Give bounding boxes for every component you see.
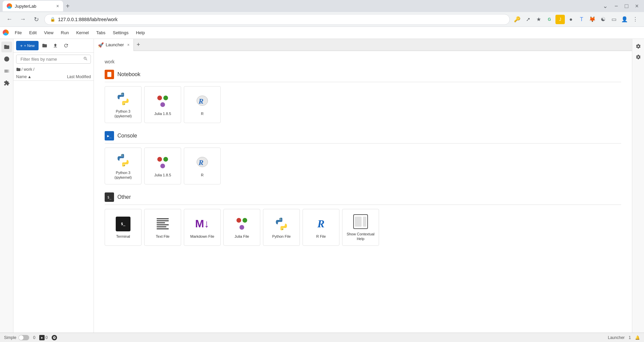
column-name[interactable]: Name ▲ bbox=[16, 74, 57, 79]
split-icon[interactable]: ▭ bbox=[609, 15, 619, 24]
extensions-icon[interactable]: ☯ bbox=[598, 15, 608, 24]
r-notebook-card[interactable]: R R bbox=[184, 86, 221, 123]
console-section-title: Console bbox=[117, 133, 137, 139]
extension2-icon[interactable]: ● bbox=[566, 15, 576, 24]
markdown-file-card[interactable]: M↓ Markdown File bbox=[184, 209, 221, 246]
menu-settings[interactable]: Settings bbox=[109, 29, 132, 37]
julia-file-card[interactable]: Julia File bbox=[223, 209, 260, 246]
launcher-tab[interactable]: 🚀 Launcher × bbox=[94, 39, 134, 51]
tab-count: 1 bbox=[629, 335, 631, 340]
r-console-card[interactable]: R R bbox=[184, 148, 221, 184]
browser-actions: 🔑 ➚ ★ G J ● T 🦊 ☯ ▭ 👤 ⋮ bbox=[513, 15, 640, 24]
notification-bell[interactable]: 🔔 bbox=[635, 335, 640, 340]
upload-button[interactable] bbox=[51, 41, 60, 50]
maximize-button[interactable]: □ bbox=[622, 1, 631, 11]
minimize-button[interactable]: − bbox=[612, 1, 621, 11]
sidebar-icon-toc[interactable] bbox=[1, 66, 12, 76]
r-console-label: R bbox=[201, 173, 204, 177]
python3-notebook-label: Python 3(ipykernel) bbox=[114, 109, 131, 119]
simple-mode-toggle[interactable]: Simple bbox=[4, 335, 29, 340]
notebook-section: Notebook bbox=[105, 70, 621, 123]
refresh-button[interactable] bbox=[61, 41, 71, 50]
new-button-label: + New bbox=[24, 44, 35, 48]
menu-run[interactable]: Run bbox=[57, 29, 72, 37]
other-section-icon: $_ bbox=[105, 192, 114, 202]
window-tab-list[interactable]: ⌄ bbox=[600, 1, 610, 11]
menu-edit[interactable]: Edit bbox=[26, 29, 40, 37]
bookmark-icon[interactable]: ★ bbox=[534, 15, 543, 24]
terminal-label: Terminal bbox=[116, 234, 130, 239]
python-file-label: Python File bbox=[272, 234, 290, 239]
launcher-tab-label: Launcher bbox=[106, 42, 124, 47]
menu-icon[interactable]: ⋮ bbox=[631, 15, 640, 24]
search-input[interactable] bbox=[19, 55, 83, 63]
url-bar[interactable]: 🔒 127.0.0.1:8888/lab/tree/work bbox=[44, 14, 510, 25]
console-section: ▶_ Console bbox=[105, 131, 621, 184]
launcher-tab-close[interactable]: × bbox=[127, 43, 129, 47]
menu-tabs[interactable]: Tabs bbox=[93, 29, 109, 37]
new-tab-button[interactable]: + bbox=[63, 1, 72, 11]
key-icon[interactable]: 🔑 bbox=[513, 15, 522, 24]
r-file-card[interactable]: R R File bbox=[303, 209, 339, 246]
launcher-tab-icon: 🚀 bbox=[98, 42, 104, 48]
menu-kernel[interactable]: Kernel bbox=[73, 29, 92, 37]
grammarly-icon[interactable]: G bbox=[545, 15, 554, 24]
tab-close-button[interactable]: × bbox=[56, 3, 59, 9]
julia-notebook-card[interactable]: Julia 1.8.5 bbox=[144, 86, 181, 123]
sidebar-icon-running[interactable] bbox=[1, 54, 12, 64]
browser-tab[interactable]: JupyterLab × bbox=[3, 1, 63, 11]
toggle-thumb bbox=[19, 335, 23, 340]
translate-icon[interactable]: T bbox=[577, 15, 586, 24]
url-text: 127.0.0.1:8888/lab/tree/work bbox=[58, 17, 117, 22]
sort-icon: ▲ bbox=[28, 74, 32, 79]
python3-notebook-icon bbox=[115, 91, 131, 107]
julia-console-card[interactable]: Julia 1.8.5 bbox=[144, 148, 181, 184]
terminal-card[interactable]: $_ Terminal bbox=[105, 209, 142, 246]
python3-console-card[interactable]: Python 3(ipykernel) bbox=[105, 148, 142, 184]
menu-view[interactable]: View bbox=[41, 29, 57, 37]
sidebar-icon-extensions[interactable] bbox=[1, 78, 12, 89]
reload-button[interactable]: ↻ bbox=[31, 14, 42, 25]
status-settings-icon[interactable] bbox=[52, 335, 57, 340]
right-sidebar-settings1[interactable] bbox=[634, 42, 643, 51]
kernel-count1: 0 bbox=[33, 335, 36, 340]
python-file-card[interactable]: Python File bbox=[263, 209, 300, 246]
contextual-help-card[interactable]: Show ContextualHelp bbox=[342, 209, 379, 246]
menu-bar: File Edit View Run Kernel Tabs Settings … bbox=[0, 27, 644, 39]
window-controls: ⌄ − □ × bbox=[600, 1, 641, 11]
contextual-help-label: Show ContextualHelp bbox=[346, 232, 374, 241]
add-tab-button[interactable]: + bbox=[134, 39, 143, 51]
julia-file-icon bbox=[234, 216, 250, 232]
sidebar-icon-filebrowser[interactable] bbox=[1, 42, 12, 52]
python3-console-label: Python 3(ipykernel) bbox=[114, 170, 131, 180]
back-button[interactable]: ← bbox=[4, 14, 15, 25]
menu-file[interactable]: File bbox=[11, 29, 25, 37]
other-section: $_ Other $_ Terminal bbox=[105, 192, 621, 246]
menu-help[interactable]: Help bbox=[132, 29, 148, 37]
notebook-section-title: Notebook bbox=[117, 71, 141, 77]
text-file-card[interactable]: Text File bbox=[144, 209, 181, 246]
main-content: 🚀 Launcher × + work Notebook bbox=[94, 39, 632, 333]
column-modified[interactable]: Last Modified bbox=[57, 74, 91, 79]
svg-point-0 bbox=[4, 57, 9, 62]
close-button[interactable]: × bbox=[632, 1, 641, 11]
search-box[interactable] bbox=[16, 55, 91, 64]
right-sidebar-settings2[interactable] bbox=[634, 52, 643, 62]
toggle-track[interactable] bbox=[18, 335, 29, 340]
user-icon[interactable]: 👤 bbox=[620, 15, 629, 24]
share-icon[interactable]: ➚ bbox=[523, 15, 533, 24]
forward-button[interactable]: → bbox=[17, 14, 28, 25]
svg-text:R: R bbox=[198, 97, 204, 105]
extension1-icon[interactable]: J bbox=[555, 15, 565, 24]
svg-text:R: R bbox=[198, 158, 204, 167]
r-notebook-label: R bbox=[201, 111, 204, 116]
console-section-header: ▶_ Console bbox=[105, 131, 621, 144]
search-icon bbox=[83, 56, 88, 62]
plus-icon: + bbox=[20, 43, 23, 48]
address-bar: ← → ↻ 🔒 127.0.0.1:8888/lab/tree/work 🔑 ➚… bbox=[0, 12, 644, 27]
new-file-button[interactable]: + + New bbox=[16, 41, 39, 50]
julia-console-icon bbox=[155, 155, 171, 171]
python3-notebook-card[interactable]: Python 3(ipykernel) bbox=[105, 86, 142, 123]
new-folder-button[interactable] bbox=[40, 41, 49, 50]
metaMask-icon[interactable]: 🦊 bbox=[588, 15, 597, 24]
